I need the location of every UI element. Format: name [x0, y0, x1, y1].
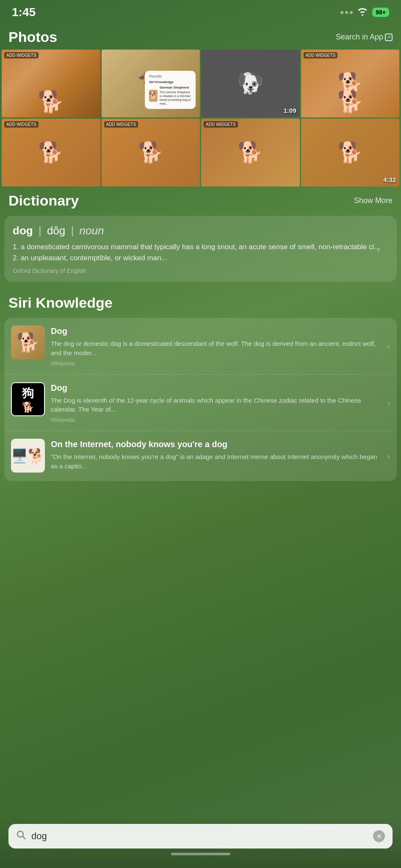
photos-search-in-app[interactable]: Search in App ↗ [336, 33, 393, 42]
video-duration: 1:09 [283, 107, 296, 114]
photo-cell[interactable]: ADD WIDGETS [2, 50, 100, 117]
siri-item-content: Dog The Dog is eleventh of the 12-year c… [51, 382, 390, 423]
siri-item-description: "On the Internet, nobody knows you're a … [51, 452, 380, 471]
battery-badge: 98+ [372, 8, 389, 17]
photo-cell[interactable]: 🐕 ADD WIDGETS [201, 119, 300, 186]
scroll-content: Photos Search in App ↗ ADD WIDGETS 🐕‍🦺 R… [0, 23, 401, 545]
signal-dots-icon [340, 11, 353, 14]
chevron-right-icon: › [377, 245, 380, 254]
siri-item-content: Dog The dog or domestic dog is a domesti… [51, 326, 390, 367]
siri-knowledge-item[interactable]: 狗 🐕 Dog The Dog is eleventh of the 12-ye… [4, 374, 397, 431]
dictionary-title: Dictionary [8, 192, 79, 209]
siri-item-source: Wikipedia [51, 417, 380, 423]
siri-item-description: The dog or domestic dog is a domesticate… [51, 339, 380, 358]
status-time: 1:45 [12, 6, 36, 19]
siri-popup-item-name: German Shepherd [160, 86, 189, 89]
search-clear-button[interactable]: ✕ [373, 830, 385, 842]
siri-knowledge-card: 🐕 Dog The dog or domestic dog is a domes… [4, 318, 397, 481]
photos-section-header: Photos Search in App ↗ [0, 23, 401, 50]
search-bar[interactable]: dog ✕ [8, 824, 393, 849]
siri-item-title: Dog [51, 326, 380, 337]
dictionary-pronunciation: dôg [47, 224, 65, 237]
siri-item-thumbnail: 🖥️🐕 [11, 439, 45, 473]
siri-popup-item-desc: The German Shepherd or Alsatian is a Ger… [160, 91, 191, 105]
photo-badge: ADD WIDGETS [4, 121, 39, 128]
siri-item-thumbnail: 狗 🐕 [11, 382, 45, 416]
siri-knowledge-item[interactable]: 🖥️🐕 On the Internet, nobody knows you're… [4, 431, 397, 481]
dictionary-card[interactable]: dog | dôg | noun 1. a domesticated carni… [4, 216, 397, 282]
photo-badge: ADD WIDGETS [304, 52, 338, 58]
wifi-icon [357, 7, 368, 18]
svg-line-1 [23, 837, 26, 840]
show-more-button[interactable]: Show More [354, 196, 393, 205]
dictionary-word: dog [13, 224, 33, 237]
search-bar-container: dog ✕ [0, 818, 401, 868]
siri-knowledge-title: Siri Knowledge [8, 295, 113, 311]
photo-badge: ADD WIDGETS [4, 52, 39, 58]
dictionary-word-line: dog | dôg | noun [13, 224, 388, 237]
siri-item-title: On the Internet, nobody knows you're a d… [51, 439, 380, 450]
status-bar: 1:45 98+ [0, 0, 401, 23]
siri-knowledge-item[interactable]: 🐕 Dog The dog or domestic dog is a domes… [4, 318, 397, 374]
video-duration: 4:32 [383, 176, 396, 183]
zodiac-dog-icon: 狗 🐕 [12, 383, 44, 415]
chevron-right-icon: › [387, 341, 390, 351]
search-input[interactable]: dog [31, 831, 368, 842]
siri-item-content: On the Internet, nobody knows you're a d… [51, 439, 390, 473]
siri-popup-thumb: 🐕 [149, 90, 158, 102]
siri-item-description: The Dog is eleventh of the 12-year cycle… [51, 396, 380, 415]
dictionary-source: Oxford Dictionary of English [13, 267, 388, 274]
photo-badge: ADD WIDGETS [104, 121, 138, 128]
home-indicator [171, 853, 230, 855]
status-icons: 98+ [340, 7, 389, 18]
photos-title: Photos [8, 29, 57, 45]
dictionary-section-header: Dictionary Show More [0, 186, 401, 213]
dictionary-card-inner: dog | dôg | noun 1. a domesticated carni… [13, 224, 388, 274]
search-icon [16, 830, 26, 843]
photo-cell[interactable]: 🐕 ADD WIDGETS [2, 119, 100, 186]
chevron-right-icon: › [387, 398, 390, 407]
external-link-icon: ↗ [385, 33, 393, 41]
chevron-right-icon: › [387, 451, 390, 461]
siri-popup-title: Results [149, 74, 191, 78]
internet-dog-icon: 🖥️🐕 [11, 439, 45, 473]
photo-cell[interactable]: 🐕 1:09 [201, 50, 300, 117]
dictionary-type: noun [80, 224, 104, 237]
photo-badge: ADD WIDGETS [204, 121, 238, 128]
photo-cell[interactable]: 🐕 4:32 [301, 119, 400, 186]
svg-point-0 [17, 831, 23, 837]
siri-popup-heading: Siri Knowledge [149, 80, 191, 84]
dictionary-definition1: 1. a domesticated carnivorous mammal tha… [13, 242, 388, 263]
siri-knowledge-section-header: Siri Knowledge [0, 289, 401, 315]
photo-cell[interactable]: 🐕‍🦺 Results Siri Knowledge 🐕 German Shep… [102, 50, 200, 117]
siri-item-title: Dog [51, 382, 380, 393]
photos-grid: ADD WIDGETS 🐕‍🦺 Results Siri Knowledge 🐕… [0, 50, 401, 186]
siri-knowledge-popup: Results Siri Knowledge 🐕 German Shepherd… [145, 71, 196, 109]
photo-cell[interactable]: 🐕 ADD WIDGETS [102, 119, 200, 186]
siri-item-source: Wikipedia [51, 360, 380, 367]
siri-item-thumbnail: 🐕 [11, 326, 45, 359]
photo-cell[interactable]: 🐕 ADD WIDGETS [301, 50, 400, 117]
